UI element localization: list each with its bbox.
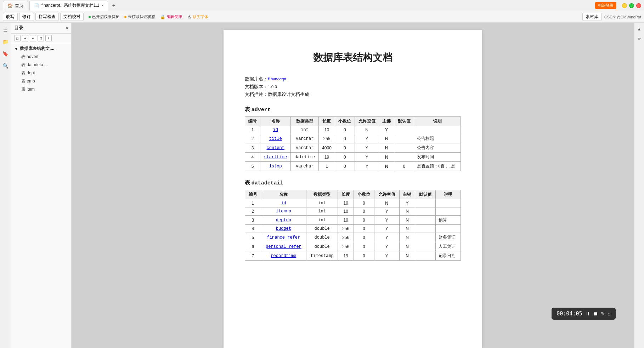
tree-advert-label: 表 advert bbox=[21, 54, 39, 60]
change-btn[interactable]: 改写 bbox=[3, 13, 18, 21]
table-row: 4 budget double 256 0 Y N bbox=[245, 225, 461, 233]
tab-doc[interactable]: 📄 financerpt...系统数据库文档1.1 × bbox=[29, 1, 108, 11]
meta-version-value: 1.0.0 bbox=[268, 84, 277, 89]
font-label: 缺失字体 bbox=[193, 14, 208, 19]
doc-title: 数据库表结构文档 bbox=[245, 51, 461, 64]
tab-home[interactable]: 🏠 首页 bbox=[3, 1, 28, 11]
table-row: 2 itemno int 10 0 Y N bbox=[245, 207, 461, 216]
th2-decimal: 小数位 bbox=[354, 190, 374, 199]
saved-label: 已开启权限保护 bbox=[92, 14, 119, 19]
table-advert: 编号 名称 数据类型 长度 小数位 允许空值 主键 默认值 说明 1 id bbox=[245, 116, 461, 171]
new-tab-btn[interactable]: + bbox=[109, 1, 118, 10]
lock-label: 编辑受限 bbox=[167, 14, 182, 19]
sidebar-settings-btn[interactable]: ⚙ bbox=[38, 35, 44, 41]
table-row: 7 recordtime timestamp 19 0 Y N 记录日期 bbox=[245, 251, 461, 261]
table-row: 4 starttime datetime 19 0 Y N 发布时间 bbox=[245, 153, 461, 162]
th2-len: 长度 bbox=[338, 190, 354, 199]
meta-version-label: 文档版本： bbox=[245, 84, 268, 89]
topbar-right: 初识登录 bbox=[595, 2, 641, 9]
sidebar-collapse-btn[interactable]: □ bbox=[14, 35, 21, 41]
tree-item-datadetail[interactable]: 表 datadeta ... bbox=[11, 61, 71, 69]
sidebar-tree: ▼ 数据库表结构文.... 表 advert 表 datadeta ... 表 … bbox=[11, 43, 71, 348]
meta-db-label: 数据库名： bbox=[245, 76, 268, 81]
timer-edit-btn[interactable]: ✎ bbox=[601, 311, 605, 316]
table-row: 5 finance_refer double 256 0 Y N 财务凭证 bbox=[245, 233, 461, 242]
close-btn[interactable] bbox=[636, 3, 641, 8]
doc-meta-version: 文档版本：1.0.0 bbox=[245, 84, 461, 90]
timer-overlay: 00:04:05 ⏸ ⏹ ✎ ⌂ bbox=[552, 308, 616, 320]
tree-item-dept[interactable]: 表 dept bbox=[11, 69, 71, 77]
sidebar: 目录 × □ + − ⚙ ⋮ ▼ 数据库表结构文.... 表 advert bbox=[11, 23, 72, 348]
tab-home-label: 首页 bbox=[15, 3, 23, 9]
material-btn[interactable]: 素材库 bbox=[582, 13, 601, 21]
th2-name: 名称 bbox=[261, 190, 306, 199]
table-row: 5 istop varchar 1 0 Y N 0 是否置顶：0否，1是 bbox=[245, 162, 461, 171]
left-icon-bar: ☰ 📁 🔖 🔍 bbox=[0, 23, 11, 348]
th-nullable: 允许空值 bbox=[355, 117, 379, 126]
meta-desc-value: 数据库设计文档生成 bbox=[268, 92, 309, 97]
doc-page: 数据库表结构文档 数据库名：financerpt 文档版本：1.0.0 文档描述… bbox=[224, 30, 482, 348]
section-advert: 表 advert bbox=[245, 106, 461, 113]
search-icon-btn[interactable]: 🔍 bbox=[1, 62, 10, 70]
toolbar: 改写 修订 拼写检查 文档校对 已开启权限保护 未获取认证状态 🔒 编辑受限 ⚠… bbox=[0, 11, 644, 23]
home-icon: 🏠 bbox=[7, 3, 13, 8]
tab-doc-icon: 📄 bbox=[34, 3, 39, 8]
timer-display: 00:04:05 bbox=[557, 310, 582, 317]
timer-home-btn[interactable]: ⌂ bbox=[608, 311, 611, 316]
scroll-down-btn[interactable]: ▼ bbox=[636, 346, 643, 348]
meta-db-value[interactable]: financerpt bbox=[268, 76, 287, 81]
tree-item-root[interactable]: ▼ 数据库表结构文.... bbox=[11, 45, 71, 53]
tree-item-advert[interactable]: 表 advert bbox=[11, 53, 71, 61]
doc-meta-desc: 文档描述：数据库设计文档生成 bbox=[245, 91, 461, 98]
table-row: 1 id int 10 0 N Y bbox=[245, 199, 461, 207]
tree-datadetail-label: 表 datadeta ... bbox=[21, 62, 48, 68]
th-desc: 说明 bbox=[414, 117, 461, 126]
pen-btn[interactable]: ✏ bbox=[636, 35, 643, 42]
saved-dot bbox=[89, 16, 91, 18]
tree-emp-label: 表 emp bbox=[21, 78, 35, 84]
table-row: 3 content varchar 4000 0 Y N 公告内容 bbox=[245, 143, 461, 153]
revise-btn[interactable]: 修订 bbox=[19, 13, 34, 21]
tree-item-item[interactable]: 表 item bbox=[11, 85, 71, 93]
minimize-btn[interactable] bbox=[622, 3, 627, 8]
meta-desc-label: 文档描述： bbox=[245, 92, 268, 97]
title-bar: 🏠 首页 📄 financerpt...系统数据库文档1.1 × + 初识登录 bbox=[0, 0, 644, 11]
th2-type: 数据类型 bbox=[306, 190, 338, 199]
doccheck-btn[interactable]: 文档校对 bbox=[60, 13, 84, 21]
sidebar-toolbar: □ + − ⚙ ⋮ bbox=[11, 34, 71, 43]
table-datadetail: 编号 名称 数据类型 长度 小数位 允许空值 主键 默认值 说明 1 id bbox=[245, 190, 461, 261]
sidebar-minus-btn[interactable]: − bbox=[30, 35, 36, 41]
tab-close-btn[interactable]: × bbox=[101, 4, 103, 7]
folder-icon-btn[interactable]: 📁 bbox=[1, 38, 10, 46]
timer-pause-btn[interactable]: ⏸ bbox=[585, 311, 590, 316]
table-row: 3 deptno int 10 0 Y N 预算 bbox=[245, 216, 461, 225]
tab-doc-label: financerpt...系统数据库文档1.1 bbox=[41, 2, 99, 8]
spell-btn[interactable]: 拼写检查 bbox=[35, 13, 59, 21]
section-datadetail: 表 datadetail bbox=[245, 179, 461, 186]
sidebar-menu-btn[interactable]: ⋮ bbox=[45, 35, 52, 41]
tree-arrow-root: ▼ bbox=[14, 46, 18, 51]
login-button[interactable]: 初识登录 bbox=[595, 2, 616, 9]
tree-item-emp[interactable]: 表 emp bbox=[11, 77, 71, 85]
th2-nullable: 允许空值 bbox=[374, 190, 399, 199]
th-no: 编号 bbox=[245, 117, 260, 126]
maximize-btn[interactable] bbox=[629, 3, 634, 8]
list-icon-btn[interactable]: ☰ bbox=[1, 25, 10, 34]
auth-label: 未获取认证状态 bbox=[128, 14, 155, 19]
sidebar-close-btn[interactable]: × bbox=[66, 25, 68, 31]
section-datadetail-name: datadetail bbox=[252, 180, 283, 186]
scroll-up-btn[interactable]: ▲ bbox=[636, 25, 643, 33]
bookmark-icon-btn[interactable]: 🔖 bbox=[1, 50, 10, 58]
th2-no: 编号 bbox=[245, 190, 261, 199]
tree-root-label: 数据库表结构文.... bbox=[20, 46, 54, 52]
th2-pk: 主键 bbox=[399, 190, 415, 199]
table-row: 2 title varchar 255 0 Y N 公告标题 bbox=[245, 134, 461, 143]
table-row: 1 id int 10 0 N Y bbox=[245, 126, 461, 134]
th-default: 默认值 bbox=[394, 117, 414, 126]
section-advert-name: advert bbox=[252, 107, 271, 113]
th2-desc: 说明 bbox=[436, 190, 461, 199]
timer-stop-btn[interactable]: ⏹ bbox=[593, 311, 598, 316]
tab-bar: 🏠 首页 📄 financerpt...系统数据库文档1.1 × + bbox=[3, 1, 595, 11]
table-row: 6 personal_refer double 256 0 Y N 人工凭证 bbox=[245, 242, 461, 251]
sidebar-add-btn[interactable]: + bbox=[22, 35, 28, 41]
